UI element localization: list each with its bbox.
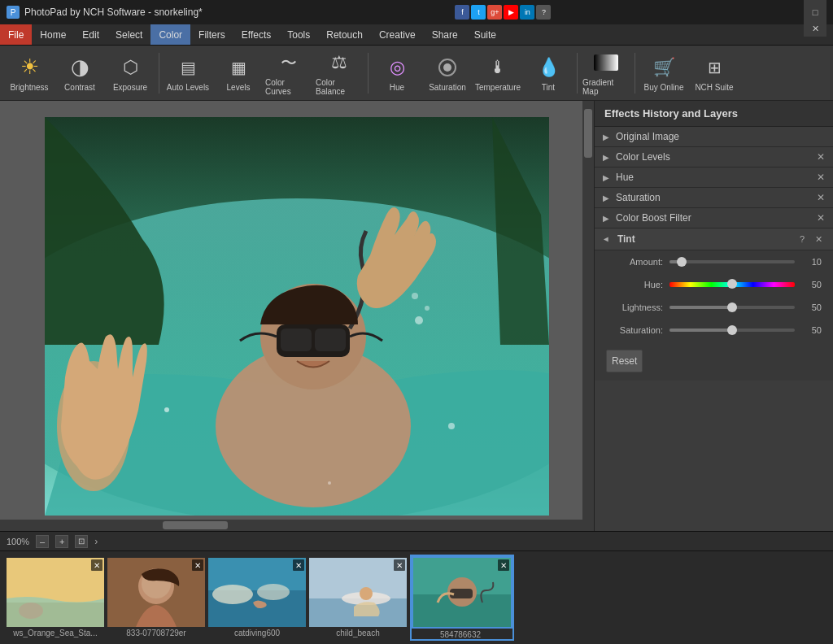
svg-rect-2 xyxy=(594,54,618,71)
close-effect-button[interactable]: ✕ xyxy=(817,192,825,203)
tint-icons: ? ✕ xyxy=(796,233,825,246)
menu-share[interactable]: Share xyxy=(424,24,466,45)
menu-filters[interactable]: Filters xyxy=(190,24,233,45)
menu-select[interactable]: Select xyxy=(107,24,150,45)
hue-slider-row: Hue: 50 xyxy=(595,273,833,296)
nav-arrow-right[interactable]: › xyxy=(94,536,98,547)
amount-slider-track[interactable] xyxy=(669,260,795,263)
main-image xyxy=(45,117,549,516)
lightness-slider-track[interactable] xyxy=(669,306,795,309)
svg-rect-9 xyxy=(281,329,312,351)
effect-label: Saturation xyxy=(616,192,817,203)
tint-label: Tint xyxy=(617,233,796,245)
effect-color-levels[interactable]: ▶ Color Levels ✕ xyxy=(595,147,833,168)
thumb-close-2[interactable]: ✕ xyxy=(293,559,304,571)
thumb-item-3[interactable]: ✕ child_beach xyxy=(309,558,407,637)
thumb-item-2[interactable]: ✕ catdiving600 xyxy=(208,558,306,637)
amount-slider-thumb[interactable] xyxy=(677,257,687,267)
tool-brightness-label: Brightness xyxy=(10,83,48,92)
saturation-slider-thumb[interactable] xyxy=(727,325,737,335)
tool-autolevels[interactable]: ▤ Auto Levels xyxy=(164,50,212,97)
fit-button[interactable]: ⊡ xyxy=(75,535,88,548)
tint-section: ▼ Tint ? ✕ Amount: 10 Hue: xyxy=(595,228,833,381)
tool-contrast[interactable]: ◑ Contrast xyxy=(55,50,104,97)
thumb-svg-3 xyxy=(309,558,407,627)
thumb-close-3[interactable]: ✕ xyxy=(394,559,405,571)
tool-levels[interactable]: ▦ Levels xyxy=(214,50,263,97)
effect-original-image[interactable]: ▶ Original Image xyxy=(595,127,833,147)
thumb-close-4[interactable]: ✕ xyxy=(498,559,509,571)
help-icon[interactable]: ? xyxy=(536,5,551,20)
effect-saturation[interactable]: ▶ Saturation ✕ xyxy=(595,188,833,208)
close-effect-button[interactable]: ✕ xyxy=(817,212,825,224)
tint-close-icon[interactable]: ✕ xyxy=(812,233,825,246)
tool-hue[interactable]: ◎ Hue xyxy=(373,50,421,97)
lightness-slider-thumb[interactable] xyxy=(727,302,737,312)
hue-slider-track[interactable] xyxy=(669,282,795,287)
effect-color-boost[interactable]: ▶ Color Boost Filter ✕ xyxy=(595,208,833,228)
tool-saturation-label: Saturation xyxy=(429,83,466,92)
canvas-area xyxy=(0,101,594,531)
menu-suite[interactable]: Suite xyxy=(466,24,504,45)
close-effect-button[interactable]: ✕ xyxy=(817,151,825,163)
titlebar-left: P PhotoPad by NCH Software - snorkeling* xyxy=(7,6,203,19)
lightness-value: 50 xyxy=(801,302,822,312)
tool-gradientmap[interactable]: Gradient Map xyxy=(582,50,630,97)
tool-saturation[interactable]: Saturation xyxy=(423,50,472,97)
arrow-icon: ▶ xyxy=(603,153,609,162)
menu-effects[interactable]: Effects xyxy=(233,24,279,45)
tool-exposure[interactable]: ⬡ Exposure xyxy=(106,50,155,97)
saturation-slider-track[interactable] xyxy=(669,329,795,332)
menu-creative[interactable]: Creative xyxy=(371,24,424,45)
titlebar-icons: f t g+ ▶ in ? xyxy=(455,5,551,20)
thumb-close-0[interactable]: ✕ xyxy=(91,559,102,571)
menu-retouch[interactable]: Retouch xyxy=(318,24,371,45)
menu-file[interactable]: File xyxy=(0,24,32,45)
hue-value: 50 xyxy=(801,280,822,289)
reset-button[interactable]: Reset xyxy=(606,350,643,372)
thumb-item-1[interactable]: ✕ 833-07708729er xyxy=(107,558,205,637)
scrollbar-vertical[interactable] xyxy=(582,101,594,531)
close-effect-button[interactable]: ✕ xyxy=(817,172,825,183)
scroll-thumb-h[interactable] xyxy=(163,521,228,529)
tool-colorbalance[interactable]: ⚖ Color Balance xyxy=(315,50,364,97)
close-button[interactable]: ✕ xyxy=(804,20,826,37)
thumb-close-1[interactable]: ✕ xyxy=(192,559,203,571)
svg-point-16 xyxy=(328,481,331,485)
thumb-item-4[interactable]: ✕ 584786632 xyxy=(410,555,514,641)
titlebar-title: PhotoPad by NCH Software - snorkeling* xyxy=(24,7,203,18)
tool-brightness[interactable]: ☀ Brightness xyxy=(5,50,54,97)
menu-tools[interactable]: Tools xyxy=(279,24,318,45)
tint-help-icon[interactable]: ? xyxy=(796,233,809,246)
tint-header[interactable]: ▼ Tint ? ✕ xyxy=(595,228,833,250)
arrow-icon: ▶ xyxy=(603,173,609,182)
scrollbar-horizontal[interactable] xyxy=(0,520,582,531)
arrow-icon: ▶ xyxy=(603,194,609,202)
tool-temperature[interactable]: 🌡 Temperature xyxy=(473,50,522,97)
thumb-image-1 xyxy=(107,558,205,627)
statusbar: 100% – + ⊡ › xyxy=(0,531,833,550)
tool-nchsuite[interactable]: ⊞ NCH Suite xyxy=(690,50,739,97)
zoom-in-button[interactable]: + xyxy=(55,535,68,548)
thumb-label-3: child_beach xyxy=(309,627,407,637)
scroll-thumb-v[interactable] xyxy=(584,109,592,158)
thumb-item-0[interactable]: ✕ ws_Orange_Sea_Sta... xyxy=(7,558,104,637)
separator-3 xyxy=(577,53,578,94)
tool-tint[interactable]: 💧 Tint xyxy=(524,50,573,97)
thumb-label-2: catdiving600 xyxy=(208,627,306,637)
menu-home[interactable]: Home xyxy=(32,24,74,45)
zoom-out-button[interactable]: – xyxy=(36,535,49,548)
brightness-icon: ☀ xyxy=(16,54,42,80)
svg-point-15 xyxy=(448,423,455,429)
menu-edit[interactable]: Edit xyxy=(74,24,107,45)
saturation-value: 50 xyxy=(801,325,822,335)
effect-hue[interactable]: ▶ Hue ✕ xyxy=(595,168,833,188)
tool-colorcurves[interactable]: 〜 Color Curves xyxy=(264,50,313,97)
arrow-icon: ▶ xyxy=(603,133,609,141)
thumb-wrapper-4: ✕ xyxy=(412,556,512,629)
maximize-button[interactable]: □ xyxy=(804,4,826,20)
menu-color[interactable]: Color xyxy=(150,24,190,45)
tool-buyonline[interactable]: 🛒 Buy Online xyxy=(639,50,688,97)
hue-slider-thumb[interactable] xyxy=(727,279,737,289)
levels-icon: ▦ xyxy=(225,54,251,80)
